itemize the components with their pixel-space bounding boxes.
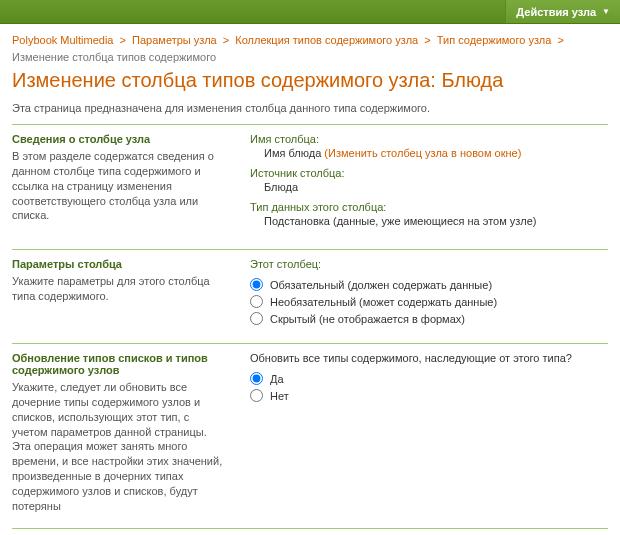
breadcrumb: Polybook Multimedia > Параметры узла > К… — [12, 32, 608, 65]
section-title: Параметры столбца — [12, 258, 226, 270]
section-column-info: Сведения о столбце узла В этом разделе с… — [12, 124, 608, 249]
field-value-column-name: Имя блюда (Изменить столбец узла в новом… — [264, 147, 608, 159]
field-label-update-all: Обновить все типы содержимого, наследующ… — [250, 352, 608, 364]
breadcrumb-sep: > — [557, 34, 563, 46]
radio-label: Скрытый (не отображается в формах) — [270, 313, 465, 325]
field-label-datatype: Тип данных этого столбца: — [250, 201, 608, 213]
field-value-source: Блюда — [264, 181, 608, 193]
breadcrumb-link[interactable]: Коллекция типов содержимого узла — [235, 34, 418, 46]
page-intro: Эта страница предназначена для изменения… — [12, 102, 608, 114]
radio-required[interactable] — [250, 278, 263, 291]
breadcrumb-current: Изменение столбца типов содержимого — [12, 51, 216, 63]
section-right: Имя столбца: Имя блюда (Изменить столбец… — [242, 133, 608, 235]
radio-optional[interactable] — [250, 295, 263, 308]
site-actions-button[interactable]: Действия узла ▼ — [505, 0, 620, 23]
section-desc: Укажите параметры для этого столбца типа… — [12, 274, 226, 304]
edit-column-paren: (Изменить столбец узла в новом окне) — [324, 147, 521, 159]
field-label-column-name: Имя столбца: — [250, 133, 608, 145]
section-column-settings: Параметры столбца Укажите параметры для … — [12, 249, 608, 343]
radio-row-no[interactable]: Нет — [250, 389, 608, 402]
section-right: Обновить все типы содержимого, наследующ… — [242, 352, 608, 514]
section-update-types: Обновление типов списков и типов содержи… — [12, 343, 608, 528]
radio-row-required[interactable]: Обязательный (должен содержать данные) — [250, 278, 608, 291]
edit-column-link[interactable]: Изменить столбец узла в новом окне — [328, 147, 518, 159]
radio-yes[interactable] — [250, 372, 263, 385]
section-left: Обновление типов списков и типов содержи… — [12, 352, 242, 514]
radio-row-optional[interactable]: Необязательный (может содержать данные) — [250, 295, 608, 308]
breadcrumb-sep: > — [424, 34, 430, 46]
field-label-source: Источник столбца: — [250, 167, 608, 179]
page-title: Изменение столбца типов содержимого узла… — [12, 69, 608, 92]
radio-hidden[interactable] — [250, 312, 263, 325]
section-left: Сведения о столбце узла В этом разделе с… — [12, 133, 242, 235]
breadcrumb-link[interactable]: Параметры узла — [132, 34, 217, 46]
breadcrumb-sep: > — [223, 34, 229, 46]
radio-row-hidden[interactable]: Скрытый (не отображается в формах) — [250, 312, 608, 325]
section-desc: В этом разделе содержатся сведения о дан… — [12, 149, 226, 223]
field-value-datatype: Подстановка (данные, уже имеющиеся на эт… — [264, 215, 608, 227]
radio-no[interactable] — [250, 389, 263, 402]
column-name-text: Имя блюда — [264, 147, 321, 159]
section-left: Параметры столбца Укажите параметры для … — [12, 258, 242, 329]
breadcrumb-link[interactable]: Тип содержимого узла — [437, 34, 552, 46]
radio-label: Да — [270, 373, 284, 385]
breadcrumb-link[interactable]: Polybook Multimedia — [12, 34, 114, 46]
field-label-this-column: Этот столбец: — [250, 258, 608, 270]
section-title: Сведения о столбце узла — [12, 133, 226, 145]
chevron-down-icon: ▼ — [602, 7, 610, 16]
radio-row-yes[interactable]: Да — [250, 372, 608, 385]
breadcrumb-sep: > — [120, 34, 126, 46]
section-right: Этот столбец: Обязательный (должен содер… — [242, 258, 608, 329]
site-actions-label: Действия узла — [516, 6, 596, 18]
top-bar: Действия узла ▼ — [0, 0, 620, 24]
radio-label: Нет — [270, 390, 289, 402]
section-title: Обновление типов списков и типов содержи… — [12, 352, 226, 376]
footer-buttons: Удалить ОК Отмена — [12, 528, 608, 535]
radio-label: Обязательный (должен содержать данные) — [270, 279, 492, 291]
section-desc: Укажите, следует ли обновить все дочерни… — [12, 380, 226, 514]
radio-label: Необязательный (может содержать данные) — [270, 296, 497, 308]
page-content: Polybook Multimedia > Параметры узла > К… — [0, 24, 620, 535]
